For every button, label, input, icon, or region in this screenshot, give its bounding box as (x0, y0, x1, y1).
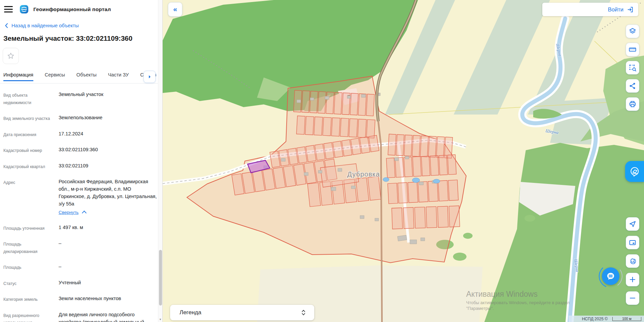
sidebar-scrollbar[interactable]: ▼ (158, 0, 162, 322)
layers-button[interactable] (626, 25, 639, 38)
minimap-icon (629, 238, 637, 247)
field-value: 17.12.2024 (55, 130, 157, 139)
field-row: Дата присвоения17.12.2024 (3, 130, 157, 139)
chat-widget (598, 264, 623, 289)
field-value: Учтенный (55, 279, 157, 288)
chat-button[interactable] (602, 267, 619, 285)
field-row: Площадь уточненная1 497 кв. м (3, 224, 157, 232)
favorite-button[interactable] (3, 48, 19, 64)
field-label: Площадь декларированная (3, 240, 55, 255)
field-label: Площадь уточненная (3, 224, 55, 232)
search-location-button[interactable] (626, 254, 639, 268)
field-value: 33:02:021109 (55, 162, 157, 171)
map-toolbar (626, 25, 639, 111)
field-label: Статус (3, 279, 55, 288)
scrollbar-thumb[interactable] (159, 250, 162, 305)
layers-icon (629, 27, 637, 35)
star-icon (7, 52, 15, 60)
field-row: Категория земельЗемли населенных пунктов (3, 295, 157, 303)
field-row: Вид объекта недвижимостиЗемельный участо… (3, 91, 157, 106)
map-canvas[interactable]: Дубровка Шерна Шерна Шерна « Войти (163, 0, 644, 322)
area-search-icon (629, 64, 637, 72)
attribution: НСПД 2025 © (582, 317, 608, 321)
back-link-label: Назад в найденные объекты (11, 23, 79, 28)
village-label: Дубровка (347, 170, 380, 178)
print-icon (629, 100, 637, 108)
field-value: Для ведения личного подсобного хозяйства… (55, 311, 157, 322)
chat-bubble-icon (606, 271, 615, 281)
info-fields: Вид объекта недвижимостиЗемельный участо… (0, 84, 158, 322)
minimap-button[interactable] (626, 236, 639, 249)
print-button[interactable] (626, 97, 639, 111)
map-footer: НСПД 2025 © 100 м (569, 316, 644, 322)
field-row: Площадь декларированная– (3, 240, 157, 255)
minus-icon (629, 294, 636, 302)
tab-2[interactable]: Сервисы (45, 70, 65, 81)
share-icon (629, 82, 637, 90)
field-row: Кадастровый номер33:02:021109:360 (3, 146, 157, 155)
area-search-button[interactable] (626, 61, 639, 74)
tab-1[interactable]: Информация (3, 70, 33, 81)
legend-bar[interactable]: Легенда (170, 305, 314, 320)
field-row: АдресРоссийская Федерация, Владимирская … (3, 178, 157, 216)
field-value: Земли населенных пунктов (55, 295, 157, 303)
geoportal-app: Дубровка Шерна Шерна Шерна « Войти (0, 0, 644, 322)
map-pin-polygon-icon (629, 166, 640, 177)
field-row: Вид земельного участкаЗемлепользование (3, 114, 157, 123)
page-title: Земельный участок: 33:02:021109:360 (3, 34, 158, 42)
field-label: Вид объекта недвижимости (3, 91, 55, 106)
field-row: Вид разрешенного использованияДля ведени… (3, 311, 157, 322)
zoom-out-button[interactable] (626, 291, 639, 305)
collapse-address-link[interactable]: Свернуть (59, 209, 86, 216)
share-button[interactable] (626, 79, 639, 93)
expand-collapse-icon (300, 309, 307, 316)
locate-button[interactable] (626, 217, 639, 231)
sidebar: Геоинформационный портал Назад в найденн… (0, 0, 163, 322)
scale-bar: 100 м (612, 317, 641, 321)
field-row: СтатусУчтенный (3, 279, 157, 288)
login-button[interactable]: Войти (542, 3, 638, 16)
tabs: ИнформацияСервисыОбъектыЧасти ЗУСостав (0, 70, 158, 84)
search-location-icon (629, 257, 637, 265)
field-label: Кадастровый квартал (3, 162, 55, 171)
field-value: Российская Федерация, Владимирская обл.,… (55, 178, 157, 216)
field-label: Категория земель (3, 295, 55, 303)
field-value: – (55, 240, 157, 255)
plus-icon (629, 276, 636, 283)
basemap-svg: Дубровка Шерна Шерна Шерна (163, 0, 644, 322)
tab-3[interactable]: Объекты (76, 70, 97, 81)
portal-logo (20, 5, 29, 14)
measure-button[interactable] (626, 43, 639, 56)
tabs-row: ИнформацияСервисыОбъектыЧасти ЗУСостав (0, 70, 158, 83)
field-label: Кадастровый номер (3, 146, 55, 155)
double-chevron-left-icon: « (173, 5, 177, 13)
login-label: Войти (608, 6, 623, 13)
map-nav-controls (626, 217, 639, 310)
next-tabs-button[interactable] (143, 71, 156, 83)
field-label: Площадь (3, 263, 55, 271)
field-label: Адрес (3, 178, 55, 216)
map-flyout-button[interactable] (625, 161, 644, 182)
locate-arrow-icon (629, 220, 637, 228)
hamburger-menu-icon[interactable] (4, 6, 13, 12)
collapse-sidebar-button[interactable]: « (168, 2, 182, 17)
scrollbar-down-arrow[interactable]: ▼ (159, 318, 162, 321)
field-value: 33:02:021109:360 (55, 146, 157, 155)
app-title: Геоинформационный портал (33, 6, 111, 12)
field-label: Вид земельного участка (3, 114, 55, 123)
field-value: Землепользование (55, 114, 157, 123)
field-label: Дата присвоения (3, 130, 55, 139)
zoom-in-button[interactable] (626, 273, 639, 286)
field-value: 1 497 кв. м (55, 224, 157, 232)
tab-4[interactable]: Части ЗУ (108, 70, 129, 81)
login-icon (627, 6, 634, 13)
chevron-right-icon (148, 75, 152, 79)
chevron-left-icon (5, 23, 8, 28)
field-row: Площадь– (3, 263, 157, 271)
ruler-icon (629, 45, 637, 54)
field-row: Кадастровый квартал33:02:021109 (3, 162, 157, 171)
field-value: – (55, 263, 157, 271)
field-label: Вид разрешенного использования (3, 311, 55, 322)
chevron-up-icon (82, 211, 87, 215)
back-link[interactable]: Назад в найденные объекты (5, 23, 158, 28)
